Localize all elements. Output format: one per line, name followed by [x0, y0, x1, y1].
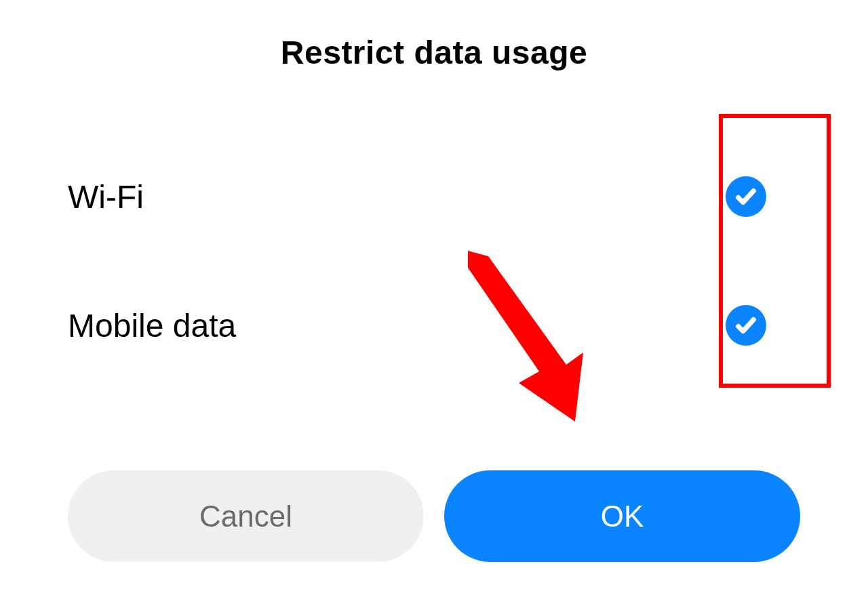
dialog-title: Restrict data usage	[0, 34, 868, 71]
restrict-data-dialog: Restrict data usage Wi-Fi Mobile data Ca…	[0, 0, 868, 589]
dialog-button-row: Cancel OK	[68, 470, 800, 562]
check-icon	[734, 314, 757, 337]
check-icon	[734, 185, 757, 208]
ok-button[interactable]: OK	[444, 470, 800, 562]
checkbox-mobile-data[interactable]	[726, 305, 766, 346]
option-row-wifi[interactable]: Wi-Fi	[0, 132, 868, 261]
checkbox-wifi[interactable]	[726, 176, 766, 217]
option-row-mobile-data[interactable]: Mobile data	[0, 261, 868, 390]
option-label: Wi-Fi	[68, 178, 144, 216]
cancel-button[interactable]: Cancel	[68, 470, 424, 562]
option-label: Mobile data	[68, 307, 236, 344]
